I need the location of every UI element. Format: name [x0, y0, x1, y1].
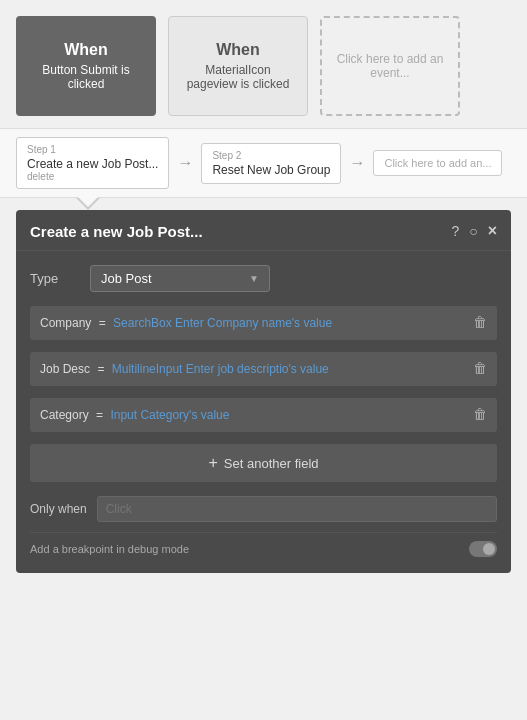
set-another-field-label: Set another field — [224, 456, 319, 471]
field-row-jobdesc[interactable]: Job Desc = MultilineInput Enter job desc… — [30, 352, 497, 386]
triangle-pointer — [76, 198, 100, 210]
field-row-category-content: Category = Input Category's value — [40, 406, 465, 424]
field-jobdesc-name: Job Desc — [40, 362, 90, 376]
field-company-delete-icon[interactable]: 🗑 — [473, 314, 487, 330]
modal-body: Type Job Post ▼ Company = SearchBox Ente… — [16, 251, 511, 573]
modal-title: Create a new Job Post... — [30, 223, 203, 240]
step-1-box[interactable]: Step 1 Create a new Job Post... delete — [16, 137, 169, 189]
event-2-subtitle: MaterialIcon pageview is clicked — [179, 63, 297, 91]
field-jobdesc-equals: = — [97, 362, 107, 376]
step-add-label: Click here to add an... — [384, 157, 491, 169]
field-category-delete-icon[interactable]: 🗑 — [473, 406, 487, 422]
field-jobdesc-delete-icon[interactable]: 🗑 — [473, 360, 487, 376]
field-row-jobdesc-content: Job Desc = MultilineInput Enter job desc… — [40, 360, 465, 378]
step-2-title: Reset New Job Group — [212, 163, 330, 177]
modal-panel: Create a new Job Post... ? ○ × Type Job … — [16, 210, 511, 573]
close-icon[interactable]: × — [488, 222, 497, 240]
chevron-down-icon: ▼ — [249, 273, 259, 284]
field-category-equals: = — [96, 408, 106, 422]
breakpoint-row: Add a breakpoint in debug mode — [30, 532, 497, 559]
set-another-field-button[interactable]: + Set another field — [30, 444, 497, 482]
only-when-label: Only when — [30, 502, 87, 516]
plus-icon: + — [208, 454, 217, 472]
only-when-input[interactable] — [97, 496, 497, 522]
event-card-1[interactable]: When Button Submit is clicked — [16, 16, 156, 116]
event-1-title: When — [64, 41, 108, 59]
step-add-box[interactable]: Click here to add an... — [373, 150, 502, 176]
field-row-company-content: Company = SearchBox Enter Company name's… — [40, 314, 465, 332]
modal-header-icons: ? ○ × — [451, 222, 497, 240]
step-1-delete[interactable]: delete — [27, 171, 158, 182]
step-1-label: Step 1 — [27, 144, 158, 155]
event-card-add[interactable]: Click here to add an event... — [320, 16, 460, 116]
help-icon[interactable]: ? — [451, 223, 459, 239]
comment-icon[interactable]: ○ — [469, 223, 477, 239]
field-company-equals: = — [99, 316, 109, 330]
step-2-label: Step 2 — [212, 150, 330, 161]
modal-header: Create a new Job Post... ? ○ × — [16, 210, 511, 251]
field-company-value: SearchBox Enter Company name's value — [113, 316, 332, 330]
field-category-name: Category — [40, 408, 89, 422]
field-category-value: Input Category's value — [110, 408, 229, 422]
field-jobdesc-value: MultilineInput Enter job descriptio's va… — [112, 362, 329, 376]
step-1-title: Create a new Job Post... — [27, 157, 158, 171]
type-value: Job Post — [101, 271, 152, 286]
field-company-name: Company — [40, 316, 91, 330]
step-arrow-1: → — [177, 154, 193, 172]
step-arrow-2: → — [349, 154, 365, 172]
field-row-category[interactable]: Category = Input Category's value 🗑 — [30, 398, 497, 432]
field-row-company[interactable]: Company = SearchBox Enter Company name's… — [30, 306, 497, 340]
event-2-title: When — [216, 41, 260, 59]
event-card-2[interactable]: When MaterialIcon pageview is clicked — [168, 16, 308, 116]
type-label: Type — [30, 271, 90, 286]
event-add-label: Click here to add an event... — [332, 52, 448, 80]
type-dropdown[interactable]: Job Post ▼ — [90, 265, 270, 292]
type-row: Type Job Post ▼ — [30, 265, 497, 292]
steps-section: Step 1 Create a new Job Post... delete →… — [0, 128, 527, 198]
only-when-row: Only when — [30, 496, 497, 522]
breakpoint-label: Add a breakpoint in debug mode — [30, 543, 189, 555]
breakpoint-toggle[interactable] — [469, 541, 497, 557]
event-1-subtitle: Button Submit is clicked — [26, 63, 146, 91]
step-2-box[interactable]: Step 2 Reset New Job Group — [201, 143, 341, 184]
events-section: When Button Submit is clicked When Mater… — [0, 0, 527, 116]
